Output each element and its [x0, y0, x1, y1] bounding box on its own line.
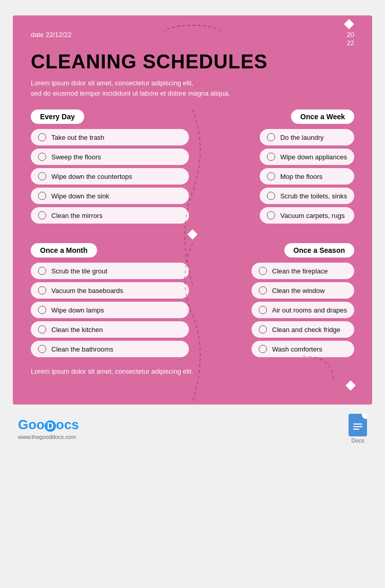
section-header-once-a-week: Once a Week — [291, 109, 354, 124]
item-label: Clean the bathrooms — [51, 345, 113, 353]
item-label: Wipe down the countertops — [51, 173, 132, 180]
item-label: Do the laundry — [280, 134, 324, 141]
list-item: Wipe down appliances — [260, 149, 354, 165]
item-label: Sweep the floors — [51, 153, 101, 161]
list-item: Scrub the toilets, sinks — [260, 188, 354, 204]
item-label: Wipe down the sink — [51, 192, 109, 200]
item-label: Clean the fireplace — [272, 267, 328, 275]
checkbox-icon[interactable] — [259, 345, 267, 353]
diamond-bottom — [345, 380, 356, 391]
docs-icon — [349, 414, 367, 436]
list-item: Clean the bathrooms — [31, 341, 189, 357]
every-day-list: Take out the trash Sweep the floors Wipe… — [31, 129, 189, 224]
list-item: Clean the fireplace — [252, 263, 354, 279]
once-a-month-list: Scrub the tile grout Vacuum the baseboar… — [31, 263, 189, 357]
checkbox-icon[interactable] — [38, 192, 46, 200]
item-label: Vacuum carpets, rugs — [280, 212, 344, 219]
year-label: 2022 — [347, 31, 354, 47]
item-label: Vacuum the baseboards — [51, 287, 123, 295]
once-a-season-list: Clean the fireplace Clean the window Air… — [252, 263, 354, 357]
checkbox-icon[interactable] — [38, 345, 46, 353]
docs-icon-lines — [353, 424, 362, 430]
list-item: Clean and check fridge — [252, 321, 354, 338]
list-item: Clean the mirrors — [31, 207, 189, 224]
list-item: Do the laundry — [260, 129, 354, 145]
checkbox-icon[interactable] — [38, 325, 46, 334]
list-item: Vacuum the baseboards — [31, 282, 189, 299]
logo-area: GooDocs www.thegooddocs.com — [18, 417, 79, 440]
item-label: Mop the floors — [280, 173, 322, 180]
date-label: date 22/12/22 — [31, 31, 72, 39]
checkbox-icon[interactable] — [267, 172, 275, 180]
checkbox-icon[interactable] — [267, 133, 275, 141]
footer-area: Lorem ipsum dolor sit amet, consectetur … — [31, 366, 354, 389]
checkbox-icon[interactable] — [267, 153, 275, 161]
list-item: Wash comforters — [252, 341, 354, 357]
item-label: Clean the mirrors — [51, 212, 103, 219]
footer-text-content: Lorem ipsum dolor sit amet, consectetur … — [31, 368, 193, 375]
list-item: Vacuum carpets, rugs — [260, 207, 354, 224]
logo-text: GooDocs — [18, 417, 79, 433]
checkbox-icon[interactable] — [38, 153, 46, 161]
list-item: Clean the window — [252, 282, 354, 299]
item-label: Scrub the tile grout — [51, 267, 107, 275]
checkbox-icon[interactable] — [38, 286, 46, 295]
checkbox-icon[interactable] — [259, 267, 267, 275]
list-item: Wipe down the countertops — [31, 168, 189, 185]
diamond-middle — [187, 229, 198, 240]
page-subtitle: Lorem ipsum dolor sit amet, consectetur … — [31, 78, 354, 98]
checkbox-icon[interactable] — [259, 325, 267, 334]
once-a-week-list: Do the laundry Wipe down appliances Mop … — [260, 129, 354, 224]
list-item: Clean the kitchen — [31, 321, 189, 338]
checkbox-icon[interactable] — [38, 306, 46, 314]
checkbox-icon[interactable] — [38, 211, 46, 219]
bottom-bar: GooDocs www.thegooddocs.com Docs — [13, 405, 372, 449]
item-label: Air out rooms and drapes — [272, 306, 347, 314]
item-label: Clean and check fridge — [272, 326, 340, 334]
checkbox-icon[interactable] — [38, 172, 46, 180]
item-label: Wash comforters — [272, 345, 322, 353]
section-header-every-day: Every Day — [31, 109, 84, 124]
checkbox-icon[interactable] — [38, 267, 46, 275]
deco-diamond-top — [345, 21, 353, 30]
list-item: Sweep the floors — [31, 149, 189, 165]
checkbox-icon[interactable] — [267, 211, 275, 219]
deco-arc-top — [162, 25, 223, 45]
item-label: Clean the kitchen — [51, 326, 103, 334]
main-page: date 22/12/22 2022 CLEANING SCHEDULES Lo… — [13, 15, 372, 405]
section-header-once-a-season: Once a Season — [284, 243, 354, 258]
item-label: Scrub the toilets, sinks — [280, 192, 347, 200]
section-header-once-a-month: Once a Month — [31, 243, 97, 258]
item-label: Clean the window — [272, 287, 325, 295]
checkbox-icon[interactable] — [38, 133, 46, 141]
section-once-a-month: Once a Month Scrub the tile grout Vacuum… — [31, 243, 189, 357]
item-label: Wipe down appliances — [280, 153, 347, 161]
top-grid: Every Day Take out the trash Sweep the f… — [31, 109, 354, 224]
logo-url: www.thegooddocs.com — [18, 434, 79, 440]
list-item: Take out the trash — [31, 129, 189, 145]
deco-arc-bottom-svg — [303, 356, 344, 387]
list-item: Air out rooms and drapes — [252, 302, 354, 318]
item-label: Wipe down lamps — [51, 306, 104, 314]
section-once-a-season: Once a Season Clean the fireplace Clean … — [197, 243, 355, 357]
list-item: Wipe down lamps — [31, 302, 189, 318]
checkbox-icon[interactable] — [259, 306, 267, 314]
docs-icon-area: Docs — [349, 414, 367, 444]
section-every-day: Every Day Take out the trash Sweep the f… — [31, 109, 189, 224]
list-item: Scrub the tile grout — [31, 263, 189, 279]
checkbox-icon[interactable] — [259, 286, 267, 295]
section-once-a-week: Once a Week Do the laundry Wipe down app… — [197, 109, 355, 224]
docs-label: Docs — [351, 437, 364, 444]
item-label: Take out the trash — [51, 134, 104, 141]
page-title: CLEANING SCHEDULES — [31, 51, 354, 73]
bottom-grid: Once a Month Scrub the tile grout Vacuum… — [31, 243, 354, 357]
list-item: Wipe down the sink — [31, 188, 189, 204]
list-item: Mop the floors — [260, 168, 354, 185]
checkbox-icon[interactable] — [267, 192, 275, 200]
middle-deco — [31, 231, 354, 238]
